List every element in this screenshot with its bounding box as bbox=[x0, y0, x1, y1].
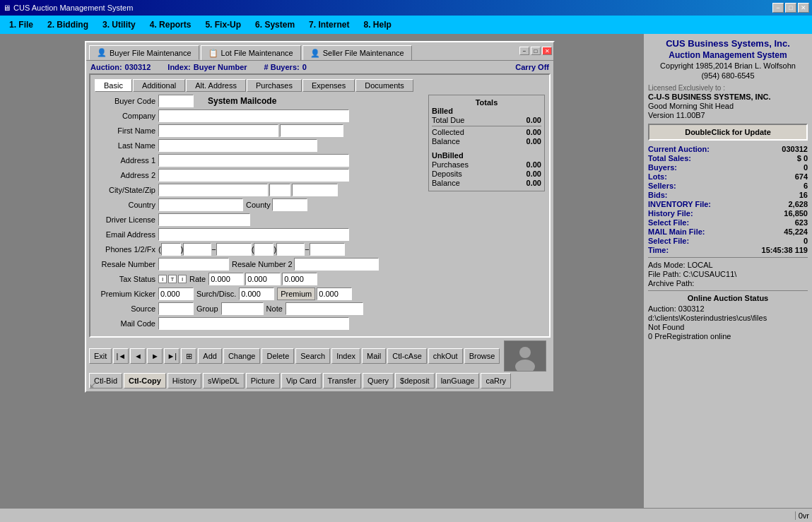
inventory-row: INVENTORY File: 2,628 bbox=[648, 200, 808, 208]
inner-window: 👤 Buyer File Maintenance 📋 Lot File Main… bbox=[85, 41, 555, 393]
driver-license-input[interactable] bbox=[158, 213, 250, 226]
rate2-input[interactable] bbox=[245, 273, 281, 285]
update-button[interactable]: DoubleClick for Update bbox=[648, 124, 808, 141]
city-input[interactable] bbox=[158, 184, 268, 196]
menu-help[interactable]: 8. Help bbox=[357, 17, 397, 32]
current-auction-label: Current Auction: bbox=[648, 145, 710, 153]
first-name-input[interactable] bbox=[158, 124, 278, 137]
transfer-button[interactable]: Transfer bbox=[323, 373, 362, 388]
premium-input[interactable] bbox=[317, 287, 352, 300]
deposit-button[interactable]: $deposit bbox=[395, 373, 435, 388]
menu-system[interactable]: 6. System bbox=[249, 17, 301, 32]
picture-button[interactable]: Picture bbox=[246, 373, 280, 388]
title-bar: 🖥 CUS Auction Management System − □ ✕ bbox=[0, 0, 812, 16]
minimize-button[interactable]: − bbox=[772, 3, 784, 13]
btn-row-1: Exit |◄ ◄ ► ►| ⊞ Add Change Delete Searc… bbox=[89, 340, 551, 372]
menu-reports[interactable]: 4. Reports bbox=[143, 17, 198, 32]
menu-internet[interactable]: 7. Internet bbox=[302, 17, 355, 32]
tab-buyer[interactable]: 👤 Buyer File Maintenance bbox=[89, 45, 199, 60]
tab-lot[interactable]: 📋 Lot File Maintenance bbox=[201, 45, 301, 60]
source-input[interactable] bbox=[158, 302, 194, 315]
note-input[interactable] bbox=[286, 302, 363, 315]
phone2-prefix[interactable] bbox=[276, 243, 305, 256]
menu-file[interactable]: 1. File bbox=[3, 17, 40, 32]
resale-input[interactable] bbox=[158, 258, 229, 271]
country-row: Country County bbox=[95, 198, 425, 211]
inner-minimize-btn[interactable]: − bbox=[519, 47, 529, 55]
history-button[interactable]: History bbox=[167, 373, 201, 388]
buyer-code-input[interactable] bbox=[158, 95, 194, 107]
delete-button[interactable]: Delete bbox=[261, 348, 294, 364]
refresh-button[interactable]: ⊞ bbox=[181, 348, 196, 364]
surch-disc-label: Surch/Disc. bbox=[196, 290, 236, 298]
country-input[interactable] bbox=[158, 198, 243, 211]
phone1-prefix[interactable] bbox=[183, 243, 211, 256]
address2-input[interactable] bbox=[158, 169, 349, 182]
subtab-purchases[interactable]: Purchases bbox=[247, 79, 302, 92]
menu-bidding[interactable]: 2. Bidding bbox=[41, 17, 95, 32]
btn-row-2: Ctl-Bid Ctl-Copy History sWipeDL Picture… bbox=[89, 373, 551, 388]
subtab-alt-address[interactable]: Alt. Address bbox=[186, 79, 246, 92]
subtab-expenses[interactable]: Expenses bbox=[302, 79, 355, 92]
tax-checkbox-2[interactable]: T bbox=[168, 275, 177, 283]
change-button[interactable]: Change bbox=[223, 348, 261, 364]
search-button[interactable]: Search bbox=[295, 348, 330, 364]
mail-button[interactable]: Mail bbox=[362, 348, 386, 364]
address1-input[interactable] bbox=[158, 154, 349, 167]
group-input[interactable] bbox=[221, 302, 264, 315]
unbilled-section: UnBilled Purchases 0.00 Deposits 0.00 bbox=[432, 151, 541, 187]
swipedl-button[interactable]: sWipeDL bbox=[203, 373, 245, 388]
state-input[interactable] bbox=[269, 184, 290, 196]
last-name-input[interactable] bbox=[158, 139, 317, 152]
vipcard-button[interactable]: Vip Card bbox=[281, 373, 322, 388]
phone2-area[interactable] bbox=[254, 243, 273, 256]
query-button[interactable]: Query bbox=[363, 373, 394, 388]
exit-button[interactable]: Exit bbox=[89, 348, 112, 364]
language-button[interactable]: lanGuage bbox=[436, 373, 480, 388]
phone1-number[interactable] bbox=[216, 243, 252, 256]
tab-seller[interactable]: 👤 Seller File Maintenance bbox=[302, 45, 412, 60]
phone1-area[interactable] bbox=[161, 243, 181, 256]
menu-fixup[interactable]: 5. Fix-Up bbox=[199, 17, 247, 32]
subtab-additional[interactable]: Additional bbox=[133, 79, 185, 92]
balance-label: Balance bbox=[432, 137, 460, 146]
add-button[interactable]: Add bbox=[198, 348, 222, 364]
mail-code-input[interactable] bbox=[158, 317, 349, 330]
tax-checkbox-3[interactable]: I bbox=[178, 275, 187, 283]
premium-kicker-label: Premium Kicker bbox=[95, 290, 158, 298]
inner-maximize-btn[interactable]: □ bbox=[531, 47, 541, 55]
balance2-row: Balance 0.00 bbox=[432, 179, 541, 187]
premium-kicker-input[interactable] bbox=[158, 287, 194, 300]
ctl-copy-button[interactable]: Ctl-Copy bbox=[124, 373, 166, 388]
menu-utility[interactable]: 3. Utility bbox=[96, 17, 142, 32]
avatar-area bbox=[504, 340, 546, 372]
address1-row: Address 1 bbox=[95, 154, 425, 167]
rate1-input[interactable] bbox=[208, 273, 244, 285]
surch-disc-input[interactable] bbox=[239, 287, 274, 300]
last-button[interactable]: ►| bbox=[164, 348, 180, 364]
svg-point-1 bbox=[519, 347, 531, 358]
county-input[interactable] bbox=[272, 198, 307, 211]
carry-button[interactable]: caRry bbox=[481, 373, 511, 388]
company-input[interactable] bbox=[158, 109, 349, 122]
prev-button[interactable]: ◄ bbox=[130, 348, 146, 364]
inner-close-btn[interactable]: ✕ bbox=[542, 47, 552, 55]
maximize-button[interactable]: □ bbox=[785, 3, 796, 13]
browse-button[interactable]: Browse bbox=[464, 348, 500, 364]
chkout-button[interactable]: chkOut bbox=[428, 348, 463, 364]
zip-input[interactable] bbox=[292, 184, 338, 196]
index-button[interactable]: Index bbox=[331, 348, 360, 364]
tax-checkbox-1[interactable]: I bbox=[158, 275, 167, 283]
subtab-documents[interactable]: Documents bbox=[355, 79, 413, 92]
mail-select-value: 0 bbox=[804, 237, 808, 245]
first-button[interactable]: |◄ bbox=[113, 348, 129, 364]
close-button[interactable]: ✕ bbox=[798, 3, 809, 13]
phone2-number[interactable] bbox=[310, 243, 345, 256]
rate3-input[interactable] bbox=[282, 273, 317, 285]
ctl-case-button[interactable]: Ctl-cAse bbox=[387, 348, 427, 364]
first-name-extra-input[interactable] bbox=[280, 124, 343, 137]
email-input[interactable] bbox=[158, 228, 349, 241]
next-button[interactable]: ► bbox=[147, 348, 163, 364]
resale2-input[interactable] bbox=[294, 258, 379, 271]
subtab-basic[interactable]: Basic bbox=[95, 79, 132, 92]
